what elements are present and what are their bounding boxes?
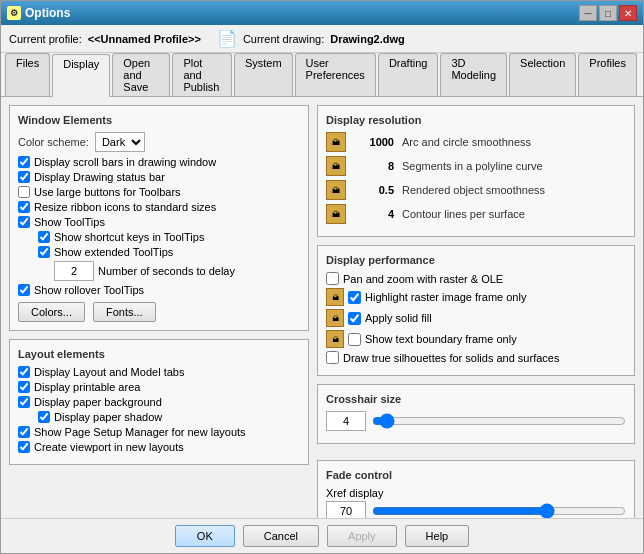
perf-solid-icon: 🏔 xyxy=(326,309,344,327)
color-scheme-label: Color scheme: xyxy=(18,136,89,148)
res-row-arc: 🏔 1000 Arc and circle smoothness xyxy=(326,132,626,152)
cb-extended-tips-input[interactable] xyxy=(38,246,50,258)
title-bar-controls: ─ □ ✕ xyxy=(579,5,637,21)
ok-button[interactable]: OK xyxy=(175,525,235,547)
delay-input[interactable] xyxy=(54,261,94,281)
crosshair-slider[interactable] xyxy=(372,413,626,429)
bottom-bar: OK Cancel Apply Help xyxy=(1,518,643,553)
cb-paper-shadow-label: Display paper shadow xyxy=(54,411,162,423)
main-content: Window Elements Color scheme: Dark Light… xyxy=(1,97,643,518)
perf-silhouettes: Draw true silhouettes for solids and sur… xyxy=(326,351,626,364)
perf-silhouettes-input[interactable] xyxy=(326,351,339,364)
cb-extended-tips: Show extended ToolTips xyxy=(38,246,300,258)
perf-pan-zoom: Pan and zoom with raster & OLE xyxy=(326,272,626,285)
cb-page-setup: Show Page Setup Manager for new layouts xyxy=(18,426,300,438)
cb-show-tooltips-label: Show ToolTips xyxy=(34,216,105,228)
tab-selection[interactable]: Selection xyxy=(509,53,576,96)
cb-shortcut-keys-label: Show shortcut keys in ToolTips xyxy=(54,231,204,243)
xref-fade-row: Xref display xyxy=(326,487,626,518)
cb-create-viewport-label: Create viewport in new layouts xyxy=(34,441,184,453)
cb-extended-tips-label: Show extended ToolTips xyxy=(54,246,173,258)
drawing-label: Current drawing: xyxy=(243,33,324,45)
res-row-contour: 🏔 4 Contour lines per surface xyxy=(326,204,626,224)
tabs-container: Files Display Open and Save Plot and Pub… xyxy=(1,53,643,97)
options-window: ⚙ Options ─ □ ✕ Current profile: <<Unnam… xyxy=(0,0,644,554)
res-icon-rendered: 🏔 xyxy=(326,180,346,200)
tab-user-preferences[interactable]: User Preferences xyxy=(295,53,376,96)
tab-open-save[interactable]: Open and Save xyxy=(112,53,170,96)
cb-scroll-bars-input[interactable] xyxy=(18,156,30,168)
help-button[interactable]: Help xyxy=(405,525,470,547)
window-title: Options xyxy=(25,6,70,20)
window-icon: ⚙ xyxy=(7,6,21,20)
drawing-value: Drawing2.dwg xyxy=(330,33,405,45)
right-panel: Display resolution 🏔 1000 Arc and circle… xyxy=(317,105,635,510)
tab-files[interactable]: Files xyxy=(5,53,50,96)
cb-scroll-bars-label: Display scroll bars in drawing window xyxy=(34,156,216,168)
colors-button[interactable]: Colors... xyxy=(18,302,85,322)
cb-paper-shadow: Display paper shadow xyxy=(38,411,300,423)
cb-large-buttons-label: Use large buttons for Toolbars xyxy=(34,186,181,198)
res-icon-contour: 🏔 xyxy=(326,204,346,224)
cb-page-setup-input[interactable] xyxy=(18,426,30,438)
perf-highlight-raster: 🏔 Highlight raster image frame only xyxy=(326,288,626,306)
cb-create-viewport-input[interactable] xyxy=(18,441,30,453)
cb-rollover-input[interactable] xyxy=(18,284,30,296)
tab-plot-publish[interactable]: Plot and Publish xyxy=(172,53,232,96)
apply-button[interactable]: Apply xyxy=(327,525,397,547)
cb-paper-shadow-input[interactable] xyxy=(38,411,50,423)
cancel-button[interactable]: Cancel xyxy=(243,525,319,547)
cb-show-tooltips-input[interactable] xyxy=(18,216,30,228)
cb-paper-background-input[interactable] xyxy=(18,396,30,408)
perf-solid-input[interactable] xyxy=(348,312,361,325)
perf-pan-zoom-input[interactable] xyxy=(326,272,339,285)
color-scheme-row: Color scheme: Dark Light xyxy=(18,132,300,152)
title-bar: ⚙ Options ─ □ ✕ xyxy=(1,1,643,25)
maximize-button[interactable]: □ xyxy=(599,5,617,21)
xref-input[interactable] xyxy=(326,501,366,518)
fade-control-group: Fade control Xref display In-place edit … xyxy=(317,460,635,518)
delay-row: Number of seconds to delay xyxy=(54,261,300,281)
layout-elements-group: Layout elements Display Layout and Model… xyxy=(9,339,309,465)
cb-drawing-status-input[interactable] xyxy=(18,171,30,183)
close-button[interactable]: ✕ xyxy=(619,5,637,21)
display-resolution-title: Display resolution xyxy=(326,114,626,126)
window-elements-group: Window Elements Color scheme: Dark Light… xyxy=(9,105,309,331)
cb-printable-area-input[interactable] xyxy=(18,381,30,393)
crosshair-group: Crosshair size xyxy=(317,384,635,444)
cb-drawing-status-label: Display Drawing status bar xyxy=(34,171,165,183)
tab-display[interactable]: Display xyxy=(52,54,110,97)
res-label-contour: Contour lines per surface xyxy=(402,208,525,220)
perf-highlight-label: Highlight raster image frame only xyxy=(365,291,526,303)
cb-paper-background-label: Display paper background xyxy=(34,396,162,408)
tab-3d-modeling[interactable]: 3D Modeling xyxy=(440,53,507,96)
display-resolution-group: Display resolution 🏔 1000 Arc and circle… xyxy=(317,105,635,237)
color-scheme-select[interactable]: Dark Light xyxy=(95,132,145,152)
res-label-arc: Arc and circle smoothness xyxy=(402,136,531,148)
display-performance-title: Display performance xyxy=(326,254,626,266)
res-value-contour: 4 xyxy=(354,208,394,220)
perf-pan-zoom-label: Pan and zoom with raster & OLE xyxy=(343,273,503,285)
tab-drafting[interactable]: Drafting xyxy=(378,53,439,96)
xref-slider[interactable] xyxy=(372,503,626,518)
tab-system[interactable]: System xyxy=(234,53,293,96)
profile-bar: Current profile: <<Unnamed Profile>> 📄 C… xyxy=(1,25,643,53)
tab-profiles[interactable]: Profiles xyxy=(578,53,637,96)
perf-text-label: Show text boundary frame only xyxy=(365,333,517,345)
cb-resize-ribbon-input[interactable] xyxy=(18,201,30,213)
cb-resize-ribbon-label: Resize ribbon icons to standard sizes xyxy=(34,201,216,213)
minimize-button[interactable]: ─ xyxy=(579,5,597,21)
fonts-button[interactable]: Fonts... xyxy=(93,302,156,322)
cb-layout-model-input[interactable] xyxy=(18,366,30,378)
perf-text-input[interactable] xyxy=(348,333,361,346)
cb-large-buttons-input[interactable] xyxy=(18,186,30,198)
cb-resize-ribbon: Resize ribbon icons to standard sizes xyxy=(18,201,300,213)
cb-shortcut-keys-input[interactable] xyxy=(38,231,50,243)
cb-layout-model-label: Display Layout and Model tabs xyxy=(34,366,184,378)
cb-rollover: Show rollover ToolTips xyxy=(18,284,300,296)
xref-input-row xyxy=(326,501,626,518)
title-bar-left: ⚙ Options xyxy=(7,6,70,20)
cb-create-viewport: Create viewport in new layouts xyxy=(18,441,300,453)
perf-highlight-input[interactable] xyxy=(348,291,361,304)
crosshair-input[interactable] xyxy=(326,411,366,431)
